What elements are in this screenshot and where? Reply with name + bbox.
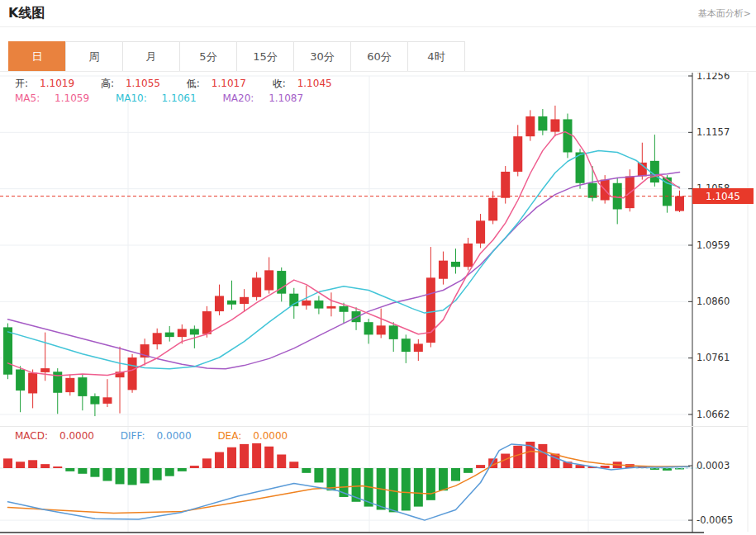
macd-histogram-bar	[302, 468, 311, 473]
candle-body	[364, 322, 373, 334]
candle-body	[65, 378, 74, 392]
candle-body	[326, 306, 335, 309]
macd-histogram-bar	[116, 468, 125, 484]
macd-histogram-bar	[538, 444, 547, 468]
candle-body	[488, 198, 497, 221]
candle-body	[190, 329, 199, 334]
tabbar-underline	[0, 71, 756, 72]
candle-body	[302, 301, 311, 305]
kline-chart-canvas[interactable]: 1.12561.11571.10581.09591.08601.07611.06…	[0, 73, 756, 535]
macd-panel[interactable]	[3, 442, 704, 520]
macd-histogram-bar	[153, 468, 162, 481]
diff-label: DIFF:	[121, 430, 145, 442]
tab-4hour[interactable]: 4时	[407, 41, 465, 72]
kline-page: { "header": { "title": "K线图", "link": "基…	[0, 0, 756, 535]
fundamental-analysis-link[interactable]: 基本面分析>	[698, 7, 751, 20]
macd-histogram-bar	[128, 468, 137, 485]
ma10-value: 1.1061	[162, 92, 197, 104]
macd-histogram-bar	[190, 466, 199, 468]
ma20-label: MA20:	[222, 92, 254, 104]
candle-body	[439, 261, 448, 279]
tab-60min[interactable]: 60分	[350, 41, 408, 72]
tab-week[interactable]: 周	[65, 41, 123, 72]
candle-body	[650, 161, 659, 182]
candle-body	[588, 183, 597, 198]
tab-5min[interactable]: 5分	[179, 41, 237, 72]
gridlines	[0, 76, 692, 532]
candle-body	[451, 262, 460, 267]
tab-30min[interactable]: 30分	[293, 41, 351, 72]
axes: 1.12561.11571.10581.09591.08601.07611.06…	[0, 73, 748, 533]
candle-body	[464, 244, 473, 267]
macd-histogram-bar	[40, 464, 50, 468]
candle-body	[389, 325, 398, 339]
last-price-badge: 1.1045	[692, 188, 754, 204]
macd-value: 0.0000	[59, 430, 94, 442]
candle-body	[202, 311, 212, 334]
tab-month[interactable]: 月	[122, 41, 180, 72]
ma-legend: MA5: 1.1059 MA10: 1.1061 MA20: 1.1087	[15, 92, 326, 104]
candle-body	[40, 368, 50, 372]
candle-body	[78, 377, 87, 396]
candle-body	[240, 297, 249, 304]
macd-histogram-bar	[414, 468, 423, 507]
open-value: 1.1019	[40, 78, 74, 89]
candle-body	[153, 333, 162, 344]
candle-body	[28, 373, 37, 394]
header-divider	[0, 26, 756, 27]
candle-body	[513, 136, 522, 172]
macd-histogram-bar	[178, 468, 187, 471]
candle-body	[178, 329, 187, 337]
main-candlestick-panel[interactable]	[3, 106, 684, 416]
period-tabbar: 日 周 月 5分 15分 30分 60分 4时	[8, 41, 465, 72]
macd-histogram-bar	[426, 468, 435, 500]
macd-histogram-bar	[402, 468, 411, 510]
macd-histogram-bar	[264, 447, 273, 468]
macd-histogram-bar	[314, 468, 323, 482]
ma20-value: 1.1087	[269, 92, 303, 104]
candle-body	[314, 301, 323, 309]
macd-histogram-bar	[90, 468, 99, 477]
axis-tick-label: -0.0065	[697, 514, 733, 526]
axis-tick-label: 1.1256	[697, 73, 730, 82]
macd-histogram-bar	[102, 468, 112, 481]
axis-tick-label: 1.0662	[697, 409, 730, 420]
open-label: 开:	[15, 78, 28, 89]
ma5-value: 1.1059	[55, 92, 89, 104]
macd-histogram-bar	[277, 454, 286, 468]
candle-body	[102, 397, 112, 404]
close-value: 1.1045	[297, 78, 332, 89]
diff-value: 0.0000	[157, 430, 192, 442]
candle-body	[215, 296, 224, 311]
candle-body	[264, 270, 273, 290]
macd-histogram-bar	[513, 446, 522, 468]
dea-line	[8, 452, 690, 514]
candle-body	[252, 277, 261, 296]
panel-divider	[0, 426, 748, 427]
macd-histogram-bar	[215, 452, 224, 468]
macd-histogram-bar	[65, 468, 74, 471]
macd-histogram-bar	[451, 468, 460, 481]
ma10-line	[8, 150, 680, 368]
tab-15min[interactable]: 15分	[236, 41, 294, 72]
macd-histogram-bar	[16, 462, 25, 468]
ma10-label: MA10:	[116, 92, 147, 104]
macd-histogram-bar	[28, 460, 37, 468]
candle-body	[538, 116, 547, 130]
candle-body	[165, 333, 174, 338]
axis-tick-label: 1.1157	[697, 126, 730, 138]
dea-label: DEA:	[217, 430, 241, 442]
high-value: 1.1055	[126, 78, 160, 89]
macd-label: MACD:	[15, 430, 48, 442]
candle-body	[90, 396, 99, 405]
candle-body	[525, 116, 535, 136]
macd-histogram-bar	[227, 447, 236, 468]
macd-histogram-bar	[202, 458, 212, 468]
diff-line	[8, 444, 690, 520]
macd-histogram-bar	[439, 468, 448, 490]
tab-day[interactable]: 日	[8, 41, 66, 72]
candle-body	[476, 220, 485, 244]
ma5-label: MA5:	[15, 92, 40, 104]
candle-body	[501, 172, 510, 198]
macd-histogram-bar	[53, 466, 62, 468]
